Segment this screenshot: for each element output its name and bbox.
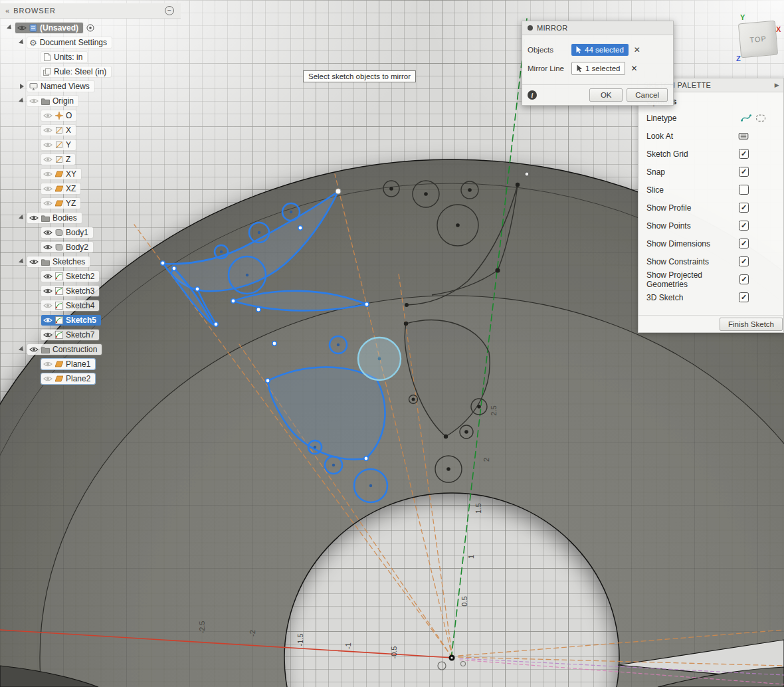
tree-row-named-views[interactable]: Named Views: [0, 79, 181, 94]
expander-icon[interactable]: [20, 84, 24, 89]
show-profile-checkbox[interactable]: [739, 203, 749, 213]
tree-row-sketch5-active[interactable]: Sketch5: [0, 313, 181, 328]
visibility-eye-icon[interactable]: [29, 346, 39, 353]
mirror-dialog-header[interactable]: MIRROR: [522, 21, 673, 35]
visibility-eye-icon[interactable]: [29, 98, 39, 104]
tree-row-sketches[interactable]: Sketches: [0, 254, 181, 269]
plane-icon: [55, 199, 63, 207]
minimize-browser-icon[interactable]: −: [165, 6, 174, 15]
expander-icon[interactable]: [19, 98, 25, 104]
viewcube-top-face[interactable]: TOP: [738, 21, 778, 58]
show-projected-geometries-checkbox[interactable]: [739, 274, 749, 284]
snap-checkbox[interactable]: [739, 167, 749, 177]
visibility-eye-icon[interactable]: [43, 200, 52, 207]
tree-row-axis-z[interactable]: Z: [0, 152, 181, 167]
finish-sketch-button[interactable]: Finish Sketch: [720, 318, 783, 331]
visibility-eye-icon[interactable]: [43, 229, 52, 236]
mirror-line-selected-chip[interactable]: 1 selected: [571, 62, 625, 75]
units-page-icon: [43, 53, 51, 61]
active-document-radio-icon[interactable]: [86, 24, 94, 32]
axis-icon: [55, 126, 63, 134]
visibility-eye-icon[interactable]: [17, 25, 27, 31]
ok-button[interactable]: OK: [589, 88, 623, 102]
tree-row-document-settings[interactable]: ⚙ Document Settings: [0, 35, 181, 50]
tree-row-plane-xz[interactable]: XZ: [0, 181, 181, 196]
cancel-button[interactable]: Cancel: [627, 88, 668, 102]
visibility-eye-icon[interactable]: [43, 171, 52, 177]
tree-row-plane-xy[interactable]: XY: [0, 167, 181, 181]
visibility-eye-icon[interactable]: [43, 156, 52, 163]
viewcube[interactable]: TOP Y X Z: [730, 11, 784, 66]
tree-row-origin-point[interactable]: O: [0, 108, 181, 123]
tree-row-axis-y[interactable]: Y: [0, 138, 181, 152]
tree-row-units[interactable]: Units: in: [0, 50, 181, 64]
visibility-eye-icon[interactable]: [43, 288, 52, 294]
visibility-eye-icon[interactable]: [43, 361, 52, 367]
visibility-eye-icon[interactable]: [43, 375, 52, 382]
visibility-eye-icon[interactable]: [29, 258, 39, 265]
3d-sketch-checkbox[interactable]: [739, 292, 749, 302]
tree-row-axis-x[interactable]: X: [0, 123, 181, 138]
svg-text:-1.5: -1.5: [296, 634, 304, 646]
palette-row-show-profile: Show Profile: [638, 199, 783, 217]
visibility-eye-icon[interactable]: [43, 332, 52, 338]
visibility-eye-icon[interactable]: [29, 215, 39, 221]
clear-mirror-line-selection-icon[interactable]: ✕: [631, 64, 637, 73]
tree-row-body2[interactable]: Body2: [0, 240, 181, 254]
objects-selected-chip[interactable]: 44 selected: [571, 44, 629, 56]
status-prompt: Select sketch objects to mirror: [303, 70, 416, 82]
expander-icon[interactable]: [7, 25, 13, 31]
show-dimensions-checkbox[interactable]: [739, 239, 749, 248]
visibility-eye-icon[interactable]: [43, 112, 52, 119]
visibility-eye-icon[interactable]: [43, 127, 52, 134]
collapse-panel-icon[interactable]: «: [5, 7, 9, 15]
objects-selection-row: Objects 44 selected ✕: [528, 41, 668, 59]
tree-row-sketch2[interactable]: Sketch2: [0, 269, 181, 284]
mirror-dialog: MIRROR Objects 44 selected ✕ Mirror Line…: [522, 21, 674, 106]
panel-arrow-icon[interactable]: ▶: [775, 82, 779, 88]
tree-row-bodies[interactable]: Bodies: [0, 211, 181, 225]
cursor-arrow-icon: [576, 46, 582, 54]
show-points-checkbox[interactable]: [739, 221, 749, 231]
tree-row-rule[interactable]: Rule: Steel (in): [0, 64, 181, 79]
folder-icon: [41, 98, 50, 105]
visibility-eye-icon[interactable]: [43, 273, 52, 280]
tree-row-sketch7[interactable]: Sketch7: [0, 328, 181, 342]
clear-objects-selection-icon[interactable]: ✕: [634, 45, 640, 54]
tree-row-plane1[interactable]: Plane1: [0, 357, 181, 371]
visibility-eye-icon[interactable]: [43, 185, 52, 192]
tree-row-sketch3[interactable]: Sketch3: [0, 284, 181, 298]
tree-row-origin[interactable]: Origin: [0, 94, 181, 108]
look-at-icon[interactable]: [738, 132, 749, 141]
visibility-eye-icon[interactable]: [43, 142, 52, 148]
mirror-line-selection-row: Mirror Line 1 selected ✕: [528, 59, 668, 78]
body-icon: [55, 229, 63, 237]
mirror-shared-point[interactable]: [336, 189, 341, 194]
visibility-eye-icon[interactable]: [43, 302, 52, 309]
spline-linetype-icon[interactable]: [741, 114, 751, 122]
tree-row-body1[interactable]: Body1: [0, 225, 181, 240]
construction-linetype-icon[interactable]: [755, 114, 766, 122]
tree-row-plane2[interactable]: Plane2: [0, 371, 181, 386]
expander-icon[interactable]: [19, 258, 25, 265]
info-icon[interactable]: i: [528, 90, 537, 100]
visibility-eye-icon[interactable]: [43, 244, 52, 250]
axis-icon: [55, 155, 63, 163]
sketch-grid-checkbox[interactable]: [739, 149, 749, 159]
tree-row-document[interactable]: (Unsaved): [0, 21, 181, 35]
svg-text:2.5: 2.5: [490, 405, 498, 415]
visibility-eye-icon[interactable]: [43, 317, 52, 324]
palette-row-sketch-grid: Sketch Grid: [638, 145, 783, 163]
tree-row-sketch4[interactable]: Sketch4: [0, 298, 181, 313]
viewcube-x-axis-label: X: [776, 25, 781, 33]
palette-row-show-points: Show Points: [638, 217, 783, 235]
objects-label: Objects: [528, 46, 571, 54]
expander-icon[interactable]: [19, 346, 25, 353]
expander-icon[interactable]: [19, 39, 25, 46]
tree-row-plane-yz[interactable]: YZ: [0, 196, 181, 211]
tree-row-construction[interactable]: Construction: [0, 342, 181, 357]
slice-checkbox[interactable]: [739, 185, 749, 195]
construction-plane-icon: [55, 360, 63, 368]
expander-icon[interactable]: [19, 215, 25, 221]
show-constraints-checkbox[interactable]: [739, 256, 749, 266]
